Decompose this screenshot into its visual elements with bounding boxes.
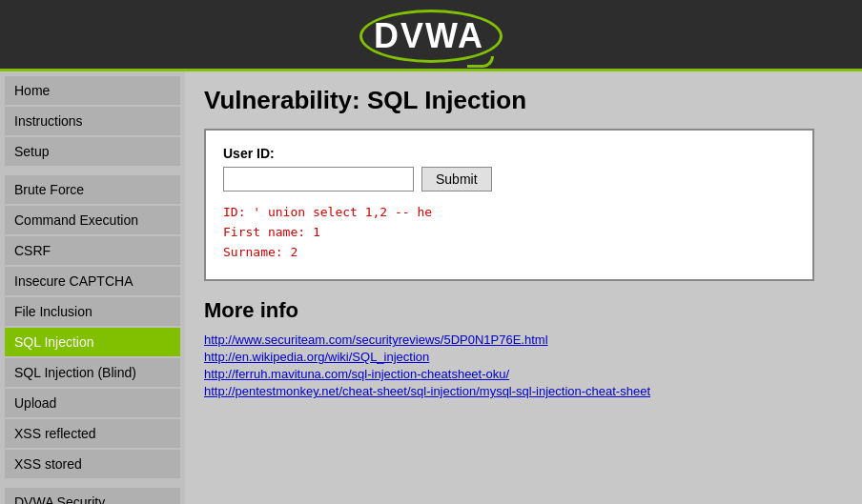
sidebar-item-csrf[interactable]: CSRF	[5, 236, 180, 265]
output-area: ID: ' union select 1,2 -- he First name:…	[223, 203, 795, 262]
info-link-2[interactable]: http://ferruh.mavituna.com/sql-injection…	[204, 367, 843, 381]
sidebar-item-setup[interactable]: Setup	[5, 137, 180, 166]
info-link-0[interactable]: http://www.securiteam.com/securityreview…	[204, 333, 843, 347]
sidebar-item-upload[interactable]: Upload	[5, 389, 180, 417]
sidebar-item-home[interactable]: Home	[5, 76, 180, 105]
sidebar-item-command-execution[interactable]: Command Execution	[5, 206, 180, 234]
sidebar-item-instructions[interactable]: Instructions	[5, 107, 180, 135]
userid-input[interactable]	[223, 167, 414, 192]
layout: HomeInstructionsSetupBrute ForceCommand …	[0, 71, 862, 504]
input-row: Submit	[223, 167, 795, 192]
sidebar: HomeInstructionsSetupBrute ForceCommand …	[0, 71, 185, 504]
submit-button[interactable]: Submit	[421, 167, 492, 192]
output-line3: Surname: 2	[223, 243, 795, 263]
header: DVWA	[0, 0, 862, 71]
sidebar-item-sql-injection-blind[interactable]: SQL Injection (Blind)	[5, 358, 180, 387]
output-line1: ID: ' union select 1,2 -- he	[223, 203, 795, 223]
info-link-1[interactable]: http://en.wikipedia.org/wiki/SQL_injecti…	[204, 350, 843, 364]
page-title: Vulnerability: SQL Injection	[204, 86, 843, 115]
logo-text: DVWA	[374, 16, 484, 56]
logo: DVWA	[359, 10, 503, 63]
more-info-section: More info http://www.securiteam.com/secu…	[204, 298, 843, 398]
main-content: Vulnerability: SQL Injection User ID: Su…	[185, 71, 862, 504]
sidebar-item-xss-reflected[interactable]: XSS reflected	[5, 419, 180, 448]
info-links: http://www.securiteam.com/securityreview…	[204, 333, 843, 398]
more-info-title: More info	[204, 298, 843, 323]
sidebar-item-xss-stored[interactable]: XSS stored	[5, 450, 180, 478]
sidebar-item-sql-injection[interactable]: SQL Injection	[5, 328, 180, 356]
sidebar-item-dvwa-security[interactable]: DVWA Security	[5, 488, 180, 504]
vulnerability-box: User ID: Submit ID: ' union select 1,2 -…	[204, 129, 814, 281]
sidebar-item-brute-force[interactable]: Brute Force	[5, 175, 180, 204]
field-label: User ID:	[223, 146, 795, 161]
output-line2: First name: 1	[223, 223, 795, 243]
sidebar-item-insecure-captcha[interactable]: Insecure CAPTCHA	[5, 267, 180, 295]
info-link-3[interactable]: http://pentestmonkey.net/cheat-sheet/sql…	[204, 384, 843, 398]
sidebar-item-file-inclusion[interactable]: File Inclusion	[5, 297, 180, 326]
